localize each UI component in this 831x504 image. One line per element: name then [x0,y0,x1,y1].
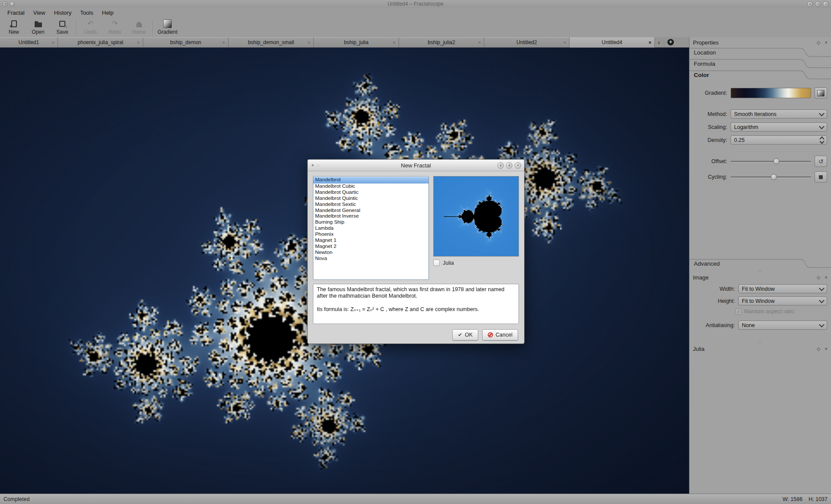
spinner-arrows-icon[interactable] [820,137,824,143]
width-dropdown[interactable]: Fit to Window [738,284,827,293]
ok-button[interactable]: ✔ OK [452,329,478,340]
fractal-list-item[interactable]: Mandelbrot Sextic [313,202,428,208]
height-label: Height: [693,298,735,304]
fractal-preview [433,176,519,257]
tab-close-icon[interactable]: × [478,39,481,45]
dialog-shade-down-icon[interactable]: ∨ [497,162,504,169]
maximize-button[interactable]: ◇ [815,1,821,7]
fractal-list-item[interactable]: Newton [313,250,428,256]
offset-slider[interactable] [731,156,811,167]
save-icon [59,21,65,27]
slider-handle[interactable] [773,158,779,164]
fractal-list-item[interactable]: Mandelbrot General [313,208,428,214]
redo-icon: ↷ [112,20,118,28]
fractal-list-item[interactable]: Lambda [313,225,428,231]
menu-tools[interactable]: Tools [76,9,97,17]
tab-close-icon[interactable]: × [308,39,310,45]
redo-button: ↷ Redo [103,17,127,37]
tab-close-icon[interactable]: × [137,39,140,45]
float-panel-icon[interactable]: ◇ [817,39,820,45]
document-tabbar: Untitled1 × phoenix_julia_spiral × bship… [0,37,689,48]
fractal-list-item-selected[interactable]: Mandelbrot [313,177,428,183]
julia-option-row: Julia [433,260,519,266]
close-panel-icon[interactable]: × [825,39,828,45]
undo-button: ↶ Undo [78,17,103,37]
dialog-shade-up-icon[interactable]: ∧ [506,162,512,169]
tab-bship-demon[interactable]: bship_demon × [143,37,229,48]
tab-scroll-right-icon[interactable]: › [663,39,665,45]
tab-untitled4-active[interactable]: Untitled4 × [570,37,655,48]
slider-handle[interactable] [771,174,777,180]
tab-close-icon[interactable]: × [393,39,396,45]
fractal-list-item[interactable]: Mandelbrot Quintic [313,196,428,202]
gradient-button[interactable]: Gradient [155,17,180,37]
scaling-label: Scaling: [693,124,727,130]
fractal-type-list[interactable]: Mandelbrot Mandelbrot Cubic Mandelbrot Q… [313,176,429,280]
dialog-title: New Fractal [308,162,524,169]
fractal-list-item[interactable]: Magnet 1 [313,238,428,244]
float-panel-icon[interactable]: ◇ [817,274,820,280]
cancel-button[interactable]: Cancel [482,329,518,340]
tab-bship-demon-small[interactable]: bship_demon_small × [229,37,314,48]
application-window: ✦ Untitled4 – Fractalscope ∨ ◇ × Fractal… [0,0,831,504]
close-panel-icon[interactable]: × [825,346,828,352]
float-panel-icon[interactable]: ◇ [817,346,820,352]
tab-close-icon[interactable]: × [564,39,566,45]
section-advanced[interactable]: Advanced [689,259,831,270]
fractal-list-item[interactable]: Mandelbrot Inverse [313,213,428,219]
scaling-dropdown[interactable]: Logarithm [731,122,827,132]
tab-phoenix-julia-spiral[interactable]: phoenix_julia_spiral × [58,37,143,48]
tab-close-icon[interactable]: × [649,39,651,45]
dialog-pin-icon[interactable]: ◌ [316,162,319,168]
tab-scroll-left-icon[interactable]: ‹ [658,39,660,45]
gradient-preview-bar[interactable] [731,88,811,98]
fractal-list-item[interactable]: Burning Ship [313,219,428,225]
tab-bship-julia2[interactable]: bship_julia2 × [399,37,484,48]
tab-close-icon[interactable]: × [52,39,55,45]
reset-offset-button[interactable]: ↺ [815,156,827,167]
section-formula[interactable]: Formula [689,59,831,70]
image-height-readout: H: 1037 [808,496,828,502]
method-dropdown[interactable]: Smooth Iterations [731,109,827,119]
menu-history[interactable]: History [50,9,75,17]
density-row: Density: 0.25 [689,135,831,144]
fractal-list-item[interactable]: Mandelbrot Quartic [313,189,428,196]
minimize-button[interactable]: ∨ [807,1,813,7]
save-button[interactable]: Save [50,17,74,37]
cycling-slider[interactable] [731,172,811,182]
offset-row: Offset: ↺ [689,156,831,167]
height-dropdown[interactable]: Fit to Window [738,296,827,305]
new-button[interactable]: New [2,17,26,37]
fractal-list-item[interactable]: Magnet 2 [313,244,428,250]
fractal-list-item[interactable]: Nova [313,256,428,262]
tab-bship-julia[interactable]: bship_julia × [314,37,399,48]
chevron-down-icon [819,286,825,291]
properties-panel-title: Properties [693,39,718,46]
section-location[interactable]: Location [689,48,831,59]
cycling-stop-button[interactable] [815,171,827,183]
section-color[interactable]: Color [689,70,831,81]
scaling-row: Scaling: Logarithm [689,122,831,132]
tabbar-filler [677,37,689,48]
dialog-close-icon[interactable]: × [515,162,521,169]
antialiasing-dropdown[interactable]: None [738,321,827,330]
julia-checkbox[interactable] [433,260,440,266]
slider-track[interactable] [731,161,811,162]
new-tab-icon[interactable]: + [667,39,674,45]
dialog-titlebar[interactable]: ✦ ◌ New Fractal ∨ ∧ × [308,160,524,171]
fractal-list-item[interactable]: Mandelbrot Cubic [313,183,428,189]
menu-fractal[interactable]: Fractal [3,9,29,17]
menu-view[interactable]: View [29,9,49,17]
density-spinbox[interactable]: 0.25 [731,135,827,144]
tab-close-icon[interactable]: × [222,39,225,45]
close-panel-icon[interactable]: × [825,274,828,280]
tab-untitled1[interactable]: Untitled1 × [0,37,58,48]
tab-untitled2[interactable]: Untitled2 × [484,37,570,48]
close-button[interactable]: × [823,1,828,7]
status-text: Completed [3,496,29,502]
menu-help[interactable]: Help [98,9,118,17]
open-button[interactable]: Open [26,17,50,37]
edit-gradient-button[interactable] [815,87,827,99]
fractal-list-item[interactable]: Phoenix [313,231,428,238]
image-width-readout: W: 1586 [783,496,802,502]
